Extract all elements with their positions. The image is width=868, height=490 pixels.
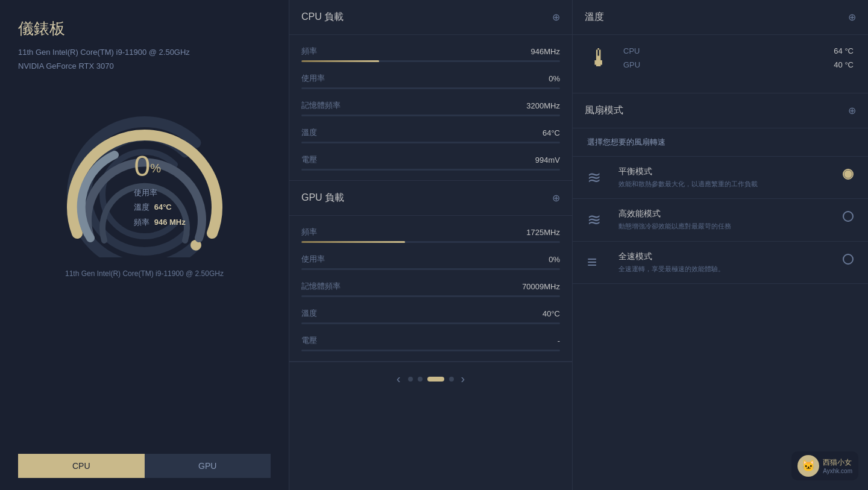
nav-dot-3[interactable] xyxy=(449,377,454,382)
prev-arrow[interactable]: ‹ xyxy=(397,372,401,386)
temp-section: 溫度 ⊕ 🌡 CPU 64 °C GPU 40 °C xyxy=(573,0,868,93)
tab-cpu[interactable]: CPU xyxy=(18,454,145,478)
nav-dots xyxy=(408,377,454,382)
gpu-temp-value: 40 °C xyxy=(834,60,854,69)
svg-point-4 xyxy=(209,230,216,237)
fan-mode-item-0[interactable]: ≋ 平衡模式 效能和散熱參數最大化，以適應繁重的工作負載 xyxy=(573,157,868,199)
gauge-temp: 溫度 64°C xyxy=(134,200,185,215)
cpu-expand-icon[interactable]: ⊕ xyxy=(552,11,560,23)
cpu-stats: 頻率 946MHz 使用率 0% 記憶體頻率 3200MHz xyxy=(289,35,572,181)
cpu-stat-row-0: 頻率 946MHz xyxy=(289,40,572,67)
gpu-stat-row-0: 頻率 1725MHz xyxy=(289,221,572,248)
gauge-usage-label: 使用率 xyxy=(134,186,185,201)
panel-title: 儀錶板 xyxy=(18,18,271,39)
temp-title: 溫度 xyxy=(585,11,604,24)
gpu-stat-value-1: 0% xyxy=(549,255,560,264)
temp-header: 溫度 ⊕ xyxy=(573,0,868,35)
fan-icon-1: ≋ xyxy=(587,210,609,230)
fan-mode-name-0: 平衡模式 xyxy=(618,166,833,177)
cpu-stat-row-3: 溫度 64°C xyxy=(289,121,572,148)
gpu-stat-row-1: 使用率 0% xyxy=(289,248,572,275)
gpu-info: NVIDIA GeForce RTX 3070 xyxy=(18,59,271,73)
fan-mode-info-0: 平衡模式 效能和散熱參數最大化，以適應繁重的工作負載 xyxy=(618,166,833,189)
fan-icon-2: ≡ xyxy=(587,253,609,272)
cpu-stat-value-3: 64°C xyxy=(542,128,560,137)
fan-mode-desc-2: 全速運轉，享受最極速的效能體驗。 xyxy=(618,265,833,274)
gauge-freq: 頻率 946 MHz xyxy=(134,215,185,230)
fan-mode-desc-0: 效能和散熱參數最大化，以適應繁重的工作負載 xyxy=(618,180,833,189)
fan-mode-name-2: 全速模式 xyxy=(618,251,833,262)
nav-dot-1[interactable] xyxy=(418,377,423,382)
right-panel: 溫度 ⊕ 🌡 CPU 64 °C GPU 40 °C xyxy=(573,0,868,490)
cpu-temp-value: 64 °C xyxy=(834,46,854,55)
cpu-stat-row-2: 記憶體頻率 3200MHz xyxy=(289,94,572,121)
watermark: 🐱 西猫小女 Ayxhk.com xyxy=(791,451,858,480)
left-panel: 儀錶板 11th Gen Intel(R) Core(TM) i9-11900 … xyxy=(0,0,289,490)
gpu-load-title: GPU 負載 xyxy=(301,192,344,204)
fan-mode-item-1[interactable]: ≋ 高效能模式 動態增強冷卻效能以應對最嚴苛的任務 xyxy=(573,199,868,241)
fan-mode-radio-1[interactable] xyxy=(843,211,854,222)
fan-expand-icon[interactable]: ⊕ xyxy=(848,105,856,116)
radio-circle-1[interactable] xyxy=(843,211,854,222)
cpu-stat-row-1: 使用率 0% xyxy=(289,67,572,94)
gpu-stat-label-1: 使用率 xyxy=(301,254,325,265)
gauge-center: 0% 使用率 溫度 64°C 頻率 946 MHz xyxy=(134,152,185,230)
gauge-stats: 使用率 溫度 64°C 頻率 946 MHz xyxy=(134,186,185,230)
cpu-stat-label-4: 電壓 xyxy=(301,154,317,165)
gpu-stat-value-0: 1725MHz xyxy=(526,228,560,237)
cpu-info: 11th Gen Intel(R) Core(TM) i9-11900 @ 2.… xyxy=(18,45,271,59)
cpu-stat-label-0: 頻率 xyxy=(301,46,317,57)
fan-mode-item-2[interactable]: ≡ 全速模式 全速運轉，享受最極速的效能體驗。 xyxy=(573,242,868,284)
radio-circle-2[interactable] xyxy=(843,254,854,265)
gauge-container: 0% 使用率 溫度 64°C 頻率 946 MHz xyxy=(18,92,271,266)
next-arrow[interactable]: › xyxy=(461,372,465,386)
gpu-expand-icon[interactable]: ⊕ xyxy=(552,192,560,204)
watermark-name: 西猫小女 xyxy=(823,457,852,468)
cpu-stat-label-3: 溫度 xyxy=(301,127,317,138)
gauge-usage-symbol: % xyxy=(150,161,161,174)
fan-mode-info-1: 高效能模式 動態增強冷卻效能以應對最嚴苛的任務 xyxy=(618,209,833,231)
fan-mode-radio-2[interactable] xyxy=(843,254,854,265)
middle-panel: CPU 負載 ⊕ 頻率 946MHz 使用率 0% 記憶體頻率 3200MHz xyxy=(289,0,573,490)
system-info: 11th Gen Intel(R) Core(TM) i9-11900 @ 2.… xyxy=(18,45,271,74)
gauge-temp-value: 64°C xyxy=(154,203,172,212)
gpu-stat-label-2: 記憶體頻率 xyxy=(301,281,341,292)
gpu-stat-label-4: 電壓 xyxy=(301,335,317,346)
gpu-temp-item: GPU 40 °C xyxy=(623,58,854,72)
fan-icon-0: ≋ xyxy=(587,168,609,187)
thermometer-icon: 🌡 xyxy=(587,45,611,72)
gpu-stat-row-3: 溫度 40°C xyxy=(289,302,572,329)
radio-circle-0[interactable] xyxy=(843,169,854,180)
cpu-load-title: CPU 負載 xyxy=(301,11,344,24)
fan-desc: 選擇您想要的風扇轉速 xyxy=(573,128,868,157)
cpu-stat-value-0: 946MHz xyxy=(531,47,560,56)
cpu-label: 11th Gen Intel(R) Core(TM) i9-11900 @ 2.… xyxy=(18,269,271,278)
temp-expand-icon[interactable]: ⊕ xyxy=(848,11,856,23)
cpu-temp-label: CPU xyxy=(623,46,640,55)
gpu-stat-label-3: 溫度 xyxy=(301,308,317,319)
nav-dot-0[interactable] xyxy=(408,377,413,382)
cpu-temp-item: CPU 64 °C xyxy=(623,44,854,58)
cpu-stat-label-2: 記憶體頻率 xyxy=(301,100,341,111)
fan-mode-radio-0[interactable] xyxy=(843,169,854,180)
watermark-site: Ayxhk.com xyxy=(823,468,852,474)
fan-header: 風扇模式 ⊕ xyxy=(573,93,868,128)
nav-dot-2[interactable] xyxy=(427,377,444,382)
fan-mode-desc-1: 動態增強冷卻效能以應對最嚴苛的任務 xyxy=(618,222,833,231)
gauge-freq-value: 946 MHz xyxy=(154,218,186,227)
cpu-load-header: CPU 負載 ⊕ xyxy=(289,0,572,35)
fan-mode-name-1: 高效能模式 xyxy=(618,209,833,219)
fan-mode-info-2: 全速模式 全速運轉，享受最極速的效能體驗。 xyxy=(618,251,833,274)
cpu-stat-label-1: 使用率 xyxy=(301,73,325,84)
cpu-stat-value-2: 3200MHz xyxy=(526,101,560,110)
gauge-usage-value: 0 xyxy=(134,150,150,182)
fan-title: 風扇模式 xyxy=(585,104,623,117)
gpu-stat-value-3: 40°C xyxy=(542,309,560,318)
cpu-stat-row-4: 電壓 994mV xyxy=(289,148,572,175)
tab-gpu[interactable]: GPU xyxy=(145,454,271,478)
gpu-temp-label: GPU xyxy=(623,60,640,69)
watermark-icon: 🐱 xyxy=(797,455,819,477)
gpu-stats: 頻率 1725MHz 使用率 0% 記憶體頻率 70009MHz xyxy=(289,216,572,362)
gpu-stat-value-2: 70009MHz xyxy=(522,282,560,291)
gpu-stat-value-4: - xyxy=(558,336,560,345)
